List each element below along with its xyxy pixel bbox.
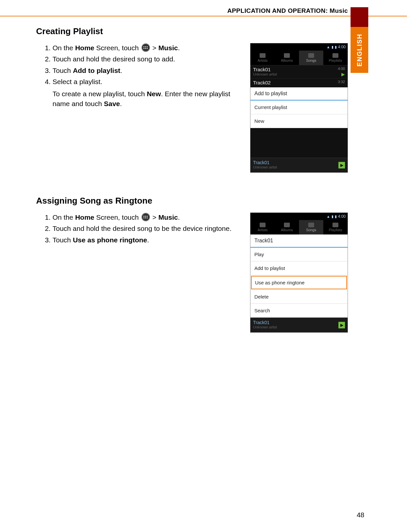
language-tab: ENGLISH (351, 7, 368, 73)
tab-playlists[interactable]: Playlists (323, 220, 348, 234)
music-tabs: Artists Albums Songs Playlists (250, 51, 348, 65)
albums-icon (284, 53, 290, 58)
menu-item-add-to-playlist[interactable]: Add to playlist (250, 261, 348, 275)
tab-artists[interactable]: Artists (250, 220, 275, 234)
battery-icon: ▮ (335, 45, 337, 49)
menu-title: Track01 (250, 234, 348, 248)
menu-item-new[interactable]: New (250, 114, 348, 128)
track-row[interactable]: Track01 Unknown artist 4:00 ▶ (250, 65, 348, 78)
albums-icon (284, 223, 290, 227)
apps-grid-icon (141, 213, 150, 221)
battery-icon: ▮ (335, 214, 337, 219)
playlists-icon (332, 53, 338, 58)
tab-songs[interactable]: Songs (299, 51, 323, 65)
tab-albums[interactable]: Albums (275, 220, 299, 234)
tab-songs[interactable]: Songs (299, 220, 323, 234)
menu-item-search[interactable]: Search (250, 304, 348, 318)
menu-item-use-as-ringtone[interactable]: Use as phone ringtone (251, 276, 347, 289)
phone-screenshot-ringtone: ▲ ▮ ▮ 4:00 Artists Albums Songs Playlist… (250, 212, 348, 333)
tab-playlists[interactable]: Playlists (323, 51, 348, 65)
playlists-icon (332, 223, 338, 227)
step-3: Touch Add to playlist. (53, 66, 244, 76)
page-number: 48 (357, 511, 364, 519)
status-time: 4:00 (338, 214, 346, 219)
wifi-icon: ▲ (327, 45, 330, 49)
track-row[interactable]: Track02 3:32 (250, 78, 348, 87)
context-menu: Add to playlist Current playlist New (250, 87, 348, 128)
tab-artists[interactable]: Artists (250, 51, 275, 65)
tab-label-bg: ENGLISH (351, 27, 368, 73)
signal-icon: ▮ (332, 214, 333, 219)
signal-icon: ▮ (332, 45, 333, 49)
language-label: ENGLISH (356, 33, 363, 66)
now-playing-bar[interactable]: Track01 Unknown artist ▶ (250, 318, 348, 332)
now-playing-bar[interactable]: Track01 Unknown artist ▶ (250, 158, 348, 172)
section-heading-ringtone: Assigning Song as Ringtone (36, 196, 348, 206)
step-3: Touch Use as phone ringtone. (53, 235, 244, 245)
songs-icon (308, 53, 314, 58)
status-time: 4:00 (338, 45, 346, 49)
tab-accent (351, 7, 368, 27)
status-bar: ▲ ▮ ▮ 4:00 (250, 43, 348, 51)
step-1: On the Home Screen, touch > Music. (53, 43, 244, 53)
header-divider (0, 16, 407, 16)
menu-title: Add to playlist (250, 87, 348, 100)
step-2: Touch and hold the desired song to add. (53, 54, 244, 64)
artists-icon (260, 223, 266, 227)
music-tabs: Artists Albums Songs Playlists (250, 220, 348, 234)
play-button-icon[interactable]: ▶ (338, 322, 345, 328)
phone-screenshot-playlist: ▲ ▮ ▮ 4:00 Artists Albums Songs Playlist… (250, 43, 348, 173)
step-1: On the Home Screen, touch > Music. (53, 212, 244, 222)
menu-item-delete[interactable]: Delete (250, 290, 348, 304)
apps-grid-icon (141, 43, 150, 52)
creating-playlist-steps: On the Home Screen, touch > Music. Touch… (36, 43, 244, 109)
songs-icon (308, 223, 314, 227)
step-2: Touch and hold the desired song to be th… (53, 224, 244, 233)
context-menu: Track01 Play Add to playlist Use as phon… (250, 234, 348, 318)
step-4-note: To create a new playlist, touch New. Ent… (53, 89, 244, 109)
step-4: Select a playlist. To create a new playl… (53, 77, 244, 109)
artists-icon (260, 53, 266, 58)
wifi-icon: ▲ (327, 214, 330, 218)
section-heading-creating-playlist: Creating Playlist (36, 26, 348, 36)
ringtone-steps: On the Home Screen, touch > Music. Touch… (36, 212, 244, 245)
page-header: APPLICATION AND OPERATION: Music (0, 7, 407, 14)
menu-item-play[interactable]: Play (250, 248, 348, 261)
play-button-icon[interactable]: ▶ (338, 162, 345, 168)
menu-item-current-playlist[interactable]: Current playlist (250, 100, 348, 114)
status-bar: ▲ ▮ ▮ 4:00 (250, 213, 348, 220)
play-indicator-icon: ▶ (341, 72, 345, 77)
tab-albums[interactable]: Albums (275, 51, 299, 65)
phone-spacer (250, 128, 348, 158)
